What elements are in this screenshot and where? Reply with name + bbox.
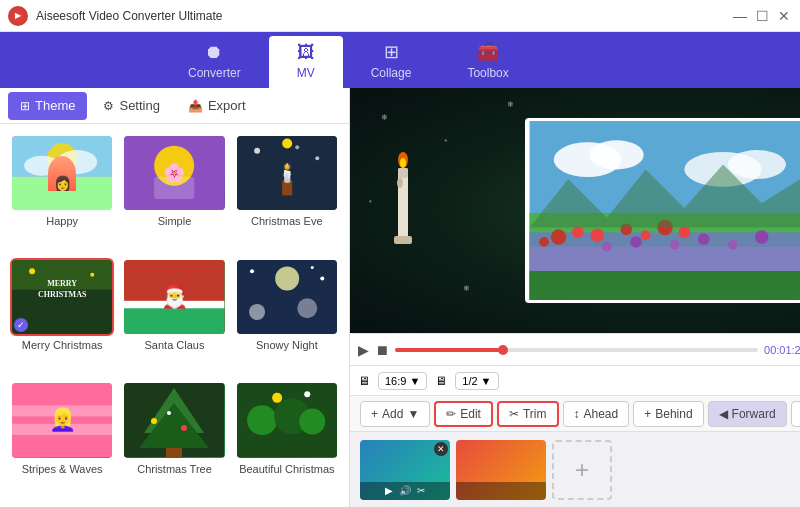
app-title: Aiseesoft Video Converter Ultimate xyxy=(36,9,732,23)
time-display: 00:01:26.21/00:07:25.04 xyxy=(764,344,800,356)
ratio-value: 16:9 xyxy=(385,375,406,387)
behind-button[interactable]: + Behind xyxy=(633,401,703,427)
theme-thumb-santa-claus: 🎅 xyxy=(122,258,226,336)
current-badge: ✓ xyxy=(14,318,28,332)
title-bar: Aiseesoft Video Converter Ultimate — ☐ ✕ xyxy=(0,0,800,32)
player-controls: ▶ ⏹ 00:01:26.21/00:07:25.04 🔊 Export xyxy=(350,333,800,365)
svg-point-20 xyxy=(90,273,94,277)
svg-point-63 xyxy=(572,226,584,238)
add-chevron: ▼ xyxy=(407,407,419,421)
forward-button[interactable]: ◀ Forward xyxy=(708,401,787,427)
edit-button[interactable]: ✏ Edit xyxy=(434,401,493,427)
svg-point-11 xyxy=(315,156,319,160)
theme-item-snowy-night[interactable]: Snowy Night xyxy=(235,258,339,374)
filmstrip-add-button[interactable]: + xyxy=(552,440,612,500)
svg-point-46 xyxy=(304,391,310,397)
window-controls: — ☐ ✕ xyxy=(732,8,792,24)
left-panel: ⊞ Theme ⚙ Setting 📤 Export xyxy=(0,88,350,507)
sub-tabs: ⊞ Theme ⚙ Setting 📤 Export xyxy=(0,88,349,124)
film-overlay-2 xyxy=(456,482,546,500)
tab-converter[interactable]: ⏺ Converter xyxy=(160,36,269,88)
theme-label-merry-christmas: Merry Christmas xyxy=(22,339,103,351)
theme-item-simple[interactable]: 🌸 Simple xyxy=(122,134,226,250)
tab-toolbox-label: Toolbox xyxy=(467,66,508,80)
subtab-setting[interactable]: ⚙ Setting xyxy=(91,92,171,120)
theme-item-merry-christmas[interactable]: MERRY CHRISTMAS ✓ Merry Christmas xyxy=(10,258,114,374)
svg-point-30 xyxy=(320,276,324,280)
filmstrip-item-1[interactable]: ✕ ▶ 🔊 ✂ xyxy=(360,440,450,500)
trim-button[interactable]: ✂ Trim xyxy=(497,401,559,427)
tab-converter-label: Converter xyxy=(188,66,241,80)
toolbox-icon: 🧰 xyxy=(477,41,499,63)
svg-point-28 xyxy=(250,269,254,273)
subtab-export[interactable]: 📤 Export xyxy=(176,92,258,120)
theme-item-christmas-tree[interactable]: Christmas Tree xyxy=(122,381,226,497)
svg-point-9 xyxy=(254,148,260,154)
theme-thumb-christmas-tree xyxy=(122,381,226,459)
ratio-select[interactable]: 16:9 ▼ xyxy=(378,372,427,390)
tab-toolbox[interactable]: 🧰 Toolbox xyxy=(439,35,536,88)
ratio-chevron: ▼ xyxy=(409,375,420,387)
behind-icon: + xyxy=(644,407,651,421)
subtab-theme[interactable]: ⊞ Theme xyxy=(8,92,87,120)
forward-icon: ◀ xyxy=(719,407,728,421)
theme-label-christmas-eve: Christmas Eve xyxy=(251,215,323,227)
theme-thumb-snowy-night xyxy=(235,258,339,336)
film-overlay-1: ▶ 🔊 ✂ xyxy=(360,482,450,500)
scissors-icon: ✂ xyxy=(509,407,519,421)
stop-button[interactable]: ⏹ xyxy=(375,342,389,358)
svg-point-19 xyxy=(29,268,35,274)
theme-label-snowy-night: Snowy Night xyxy=(256,339,318,351)
film-close-1[interactable]: ✕ xyxy=(434,442,448,456)
minimize-button[interactable]: — xyxy=(732,8,748,24)
progress-handle xyxy=(498,345,508,355)
svg-point-37 xyxy=(151,418,157,424)
svg-point-69 xyxy=(678,226,690,238)
collage-icon: ⊞ xyxy=(384,41,399,63)
main-content: ⊞ Theme ⚙ Setting 📤 Export xyxy=(0,88,800,507)
ratio-controls: 🖥 16:9 ▼ 🖥 1/2 ▼ xyxy=(350,365,800,395)
svg-rect-52 xyxy=(394,236,412,244)
candle-decoration xyxy=(388,148,418,272)
theme-label-stripes-waves: Stripes & Waves xyxy=(22,463,103,475)
nav-tabs: ⏺ Converter 🖼 MV ⊞ Collage 🧰 Toolbox xyxy=(0,32,800,88)
svg-text:CHRISTMAS: CHRISTMAS xyxy=(38,290,87,299)
film-cut-icon: ✂ xyxy=(417,485,425,496)
svg-point-10 xyxy=(295,145,299,149)
play-button[interactable]: ▶ xyxy=(358,342,369,358)
converter-icon: ⏺ xyxy=(205,42,223,63)
theme-label-santa-claus: Santa Claus xyxy=(145,339,205,351)
edit-icon: ✏ xyxy=(446,407,456,421)
svg-point-55 xyxy=(589,140,643,169)
setting-icon: ⚙ xyxy=(103,99,114,113)
svg-point-70 xyxy=(602,242,612,252)
theme-thumb-happy: 👩 xyxy=(10,134,114,212)
theme-thumb-christmas-eve: 🕯️ xyxy=(235,134,339,212)
add-button[interactable]: + Add ▼ xyxy=(360,401,430,427)
svg-point-44 xyxy=(299,409,325,435)
close-button[interactable]: ✕ xyxy=(776,8,792,24)
filmstrip-item-2[interactable] xyxy=(456,440,546,500)
theme-thumb-stripes-waves: 👱‍♀️ xyxy=(10,381,114,459)
svg-rect-50 xyxy=(398,168,408,178)
theme-item-happy[interactable]: 👩 Happy xyxy=(10,134,114,250)
preview-area: ❄ * ❄ * ❄ * ❄ * ❄ * * ❄ xyxy=(350,88,800,333)
svg-point-48 xyxy=(400,158,406,168)
svg-point-42 xyxy=(247,405,277,435)
theme-item-beautiful-christmas[interactable]: Beautiful Christmas xyxy=(235,381,339,497)
progress-fill xyxy=(395,348,504,352)
progress-bar[interactable] xyxy=(395,348,758,352)
svg-point-71 xyxy=(630,236,642,248)
theme-thumb-beautiful-christmas xyxy=(235,381,339,459)
theme-item-christmas-eve[interactable]: 🕯️ Christmas Eve xyxy=(235,134,339,250)
app-logo xyxy=(8,6,28,26)
backward-button[interactable]: ▶ Backward xyxy=(791,401,800,427)
size-select[interactable]: 1/2 ▼ xyxy=(455,372,498,390)
tab-collage[interactable]: ⊞ Collage xyxy=(343,35,440,88)
theme-grid: 👩 Happy 🌸 xyxy=(0,124,349,507)
maximize-button[interactable]: ☐ xyxy=(754,8,770,24)
tab-mv[interactable]: 🖼 MV xyxy=(269,36,343,88)
ahead-button[interactable]: ↕ Ahead xyxy=(563,401,630,427)
theme-item-stripes-waves[interactable]: 👱‍♀️ Stripes & Waves xyxy=(10,381,114,497)
theme-item-santa-claus[interactable]: 🎅 Santa Claus xyxy=(122,258,226,374)
